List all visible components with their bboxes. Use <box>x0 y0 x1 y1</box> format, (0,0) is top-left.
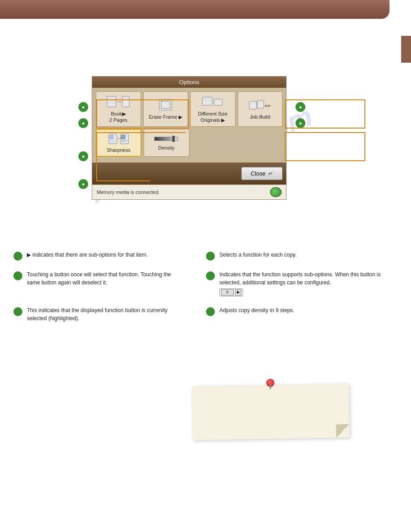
job-build-icon: + + … <box>248 98 272 112</box>
bracket-right-right2 <box>364 132 365 161</box>
bullet-circle-3 <box>13 307 22 316</box>
sharpness-label: Sharpness <box>107 147 131 153</box>
diff-size-icon <box>201 94 224 109</box>
bracket-top-right1 <box>285 99 365 100</box>
svg-rect-18 <box>257 100 264 108</box>
content-area: ▶ indicates that there are sub-options f… <box>13 251 398 332</box>
bracket-right-top <box>188 99 189 129</box>
close-button[interactable]: Close ↵ <box>241 167 283 180</box>
annotation-circle-3: ● <box>78 151 88 161</box>
annotation-circle-5: ● <box>295 102 305 112</box>
density-label: Density <box>158 145 175 151</box>
job-build-label: Job Build <box>250 114 270 120</box>
dialog-status-bar: Memory media is connected. <box>92 184 286 199</box>
svg-rect-6 <box>122 96 129 107</box>
bracket-top-right2 <box>285 132 365 133</box>
annotation-circle-6: ● <box>295 118 305 128</box>
annotation-circle-4: ● <box>78 179 88 189</box>
pin-stem <box>270 384 271 389</box>
annotation-circle-1: ● <box>78 102 88 112</box>
svg-rect-16 <box>249 101 257 109</box>
diff-size-label: Different SizeOriginals ▶ <box>198 111 227 124</box>
svg-rect-11 <box>202 97 212 105</box>
empty-space <box>192 129 283 157</box>
sharpness-icon: ↔ <box>108 133 129 145</box>
book-2pages-label: Book▶2 Pages <box>109 111 127 124</box>
inline-slider: 0 ▶ <box>219 288 243 296</box>
svg-text:…: … <box>269 102 272 107</box>
annotation-circle-2: ● <box>78 118 88 128</box>
bracket-top-left <box>96 99 188 100</box>
bullet-row-2: Touching a button once will select that … <box>13 270 398 296</box>
svg-rect-24 <box>110 135 113 139</box>
bracket-bottom-right1 <box>285 128 365 129</box>
erase-frame-button[interactable]: Erase Frame ▶ <box>143 91 188 127</box>
svg-rect-14 <box>214 99 222 105</box>
bracket-left-right2 <box>285 132 286 161</box>
status-green-button[interactable] <box>270 187 282 197</box>
bullet-text-3: This indicates that the displayed functi… <box>27 306 184 322</box>
bracket-bottom-left <box>96 128 188 129</box>
svg-rect-29 <box>121 135 125 139</box>
bullet-row-3: This indicates that the displayed functi… <box>13 306 398 322</box>
book-2pages-icon: → <box>106 94 130 109</box>
slider-value: 0 <box>221 289 234 296</box>
bracket-right-right1 <box>364 99 365 129</box>
bullet-circle-6 <box>206 271 215 280</box>
close-arrow-icon: ↵ <box>268 170 273 177</box>
bracket-left-top <box>96 99 97 129</box>
slider-arrow: ▶ <box>235 289 241 296</box>
bracket-top-row2 <box>96 132 186 133</box>
pin-icon <box>266 379 274 387</box>
bracket-bottom-right2 <box>285 160 365 161</box>
bullet-circle-5 <box>206 252 215 261</box>
book-2pages-button[interactable]: → Book▶2 Pages <box>96 91 141 127</box>
options-grid-row1: → Book▶2 Pages Erase Fra <box>96 91 283 127</box>
status-message: Memory media is connected. <box>97 189 160 195</box>
bullet-text-7: Adjusts copy density in 9 steps. <box>219 306 385 314</box>
bullet-text-2: Touching a button once will select that … <box>27 270 184 287</box>
bracket-left-row2 <box>96 132 97 181</box>
right-tab <box>401 36 411 63</box>
job-build-button[interactable]: + + … Job Build <box>238 91 283 127</box>
diff-size-button[interactable]: Different SizeOriginals ▶ <box>190 91 235 127</box>
bullet-circle-7 <box>206 307 215 316</box>
density-icon <box>154 135 180 143</box>
bullet-text-1: ▶ indicates that there are sub-options f… <box>27 251 184 259</box>
header-bar <box>0 0 390 19</box>
bracket-left-right1 <box>285 99 286 129</box>
bullet-text-5: Selects a function for each copy. <box>219 251 385 259</box>
dialog-title: Options <box>92 77 286 88</box>
erase-frame-label: Erase Frame ▶ <box>149 114 182 120</box>
svg-rect-33 <box>172 136 175 142</box>
bullet-circle-1 <box>13 252 22 261</box>
close-label: Close <box>251 170 265 177</box>
bullet-text-6: Indicates that the function supports sub… <box>219 270 385 296</box>
note-card <box>192 384 350 440</box>
bullet-row-1: ▶ indicates that there are sub-options f… <box>13 251 398 261</box>
bullet-circle-2 <box>13 271 22 280</box>
bracket-bottom-row2 <box>96 180 150 181</box>
